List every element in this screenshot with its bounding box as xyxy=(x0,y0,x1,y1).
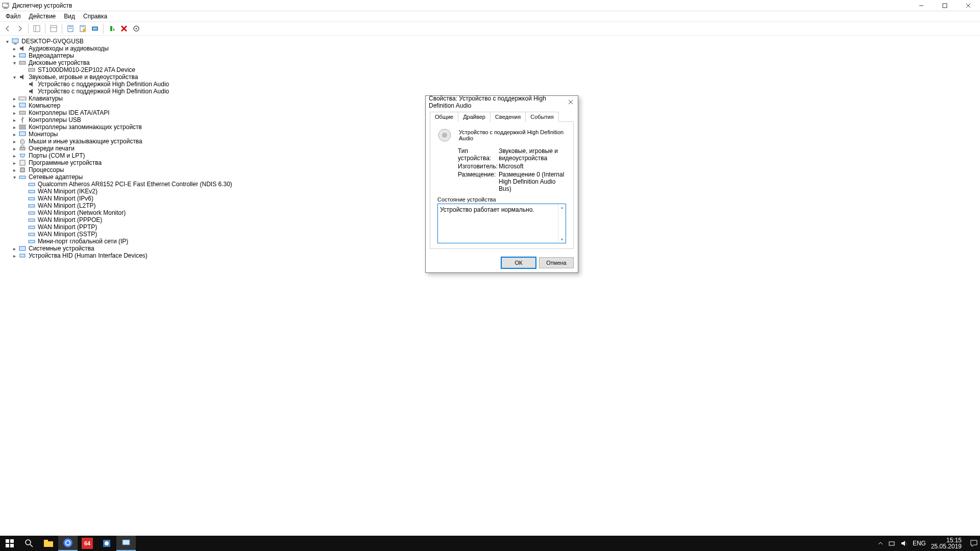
tree-label: Процессоры xyxy=(29,166,64,173)
maximize-button[interactable] xyxy=(933,0,957,11)
dialog-titlebar[interactable]: Свойства: Устройство с поддержкой High D… xyxy=(426,96,578,108)
svg-rect-44 xyxy=(29,205,35,207)
back-button[interactable] xyxy=(2,23,13,34)
dialog-close-button[interactable] xyxy=(566,97,575,107)
chevron-right-icon[interactable] xyxy=(11,145,17,152)
forward-button[interactable] xyxy=(14,23,26,34)
svg-rect-36 xyxy=(20,147,25,150)
location-value: Размещение 0 (Internal High Definition A… xyxy=(499,171,566,192)
chevron-down-icon[interactable] xyxy=(11,60,17,66)
svg-point-60 xyxy=(26,540,31,545)
start-button[interactable] xyxy=(0,536,19,551)
system-tray[interactable]: ENG 15:15 25.05.2019 xyxy=(878,537,980,549)
scan-hardware-button[interactable] xyxy=(89,23,101,34)
menu-file[interactable]: Файл xyxy=(2,12,24,20)
svg-point-35 xyxy=(20,139,24,144)
chevron-right-icon[interactable] xyxy=(11,53,17,59)
scroll-down-icon[interactable]: ▾ xyxy=(561,237,563,242)
properties-button[interactable] xyxy=(65,23,76,34)
chevron-right-icon[interactable] xyxy=(11,45,17,52)
chevron-right-icon[interactable] xyxy=(11,117,17,123)
scroll-up-icon[interactable]: ▴ xyxy=(561,205,563,210)
tree-cat-sound[interactable]: Звуковые, игровые и видеоустройства xyxy=(2,73,980,81)
tree-cat-audio[interactable]: Аудиовходы и аудиовыходы xyxy=(2,45,980,52)
clock-date: 25.05.2019 xyxy=(931,543,962,549)
tab-details[interactable]: Сведения xyxy=(490,112,526,122)
minimize-button[interactable] xyxy=(910,0,933,11)
tree-label: Программные устройства xyxy=(29,159,102,166)
chevron-right-icon[interactable] xyxy=(11,95,17,102)
chevron-right-icon[interactable] xyxy=(11,110,17,116)
task-aida64[interactable]: 64 xyxy=(78,536,97,551)
menu-action[interactable]: Действие xyxy=(26,12,60,20)
chevron-right-icon[interactable] xyxy=(11,131,17,137)
scrollbar[interactable]: ▴▾ xyxy=(558,205,565,242)
svg-rect-1 xyxy=(4,8,8,9)
task-device-manager[interactable] xyxy=(116,536,136,551)
update-driver-button[interactable] xyxy=(131,23,142,34)
status-group-label: Состояние устройства xyxy=(437,196,566,203)
clock[interactable]: 15:15 25.05.2019 xyxy=(931,537,965,549)
tree-cat-video[interactable]: Видеоадаптеры xyxy=(2,52,980,59)
action-center-icon[interactable] xyxy=(970,539,978,547)
task-chrome[interactable] xyxy=(58,536,78,551)
network-icon[interactable] xyxy=(888,540,895,547)
enable-device-button[interactable] xyxy=(106,23,117,34)
svg-rect-70 xyxy=(889,542,894,545)
svg-rect-24 xyxy=(12,39,18,43)
chevron-right-icon[interactable] xyxy=(11,153,17,159)
toolbar-icon-1[interactable] xyxy=(48,23,59,34)
tab-events[interactable]: События xyxy=(525,112,558,122)
language-indicator[interactable]: ENG xyxy=(913,540,926,547)
type-value: Звуковые, игровые и видеоустройства xyxy=(499,147,566,162)
chevron-right-icon[interactable] xyxy=(11,160,17,166)
chevron-right-icon[interactable] xyxy=(11,124,17,130)
chevron-right-icon[interactable] xyxy=(11,138,17,144)
task-explorer[interactable] xyxy=(39,536,58,551)
tree-root[interactable]: DESKTOP-GVQGUSB xyxy=(2,38,980,45)
location-label: Размещение: xyxy=(458,171,499,192)
chevron-right-icon[interactable] xyxy=(11,253,17,259)
chevron-down-icon[interactable] xyxy=(11,174,17,180)
svg-rect-57 xyxy=(10,539,14,543)
svg-point-2 xyxy=(7,3,8,5)
tree-item-disk[interactable]: ST1000DM010-2EP102 ATA Device xyxy=(2,66,980,73)
close-button[interactable] xyxy=(957,0,980,11)
cancel-button[interactable]: Отмена xyxy=(539,257,574,268)
uninstall-device-button[interactable] xyxy=(118,23,130,34)
network-icon xyxy=(18,173,27,181)
show-hide-tree-button[interactable] xyxy=(31,23,42,34)
task-app-1[interactable] xyxy=(97,536,116,551)
ok-button[interactable]: ОК xyxy=(501,257,536,268)
svg-rect-32 xyxy=(19,125,26,127)
svg-rect-30 xyxy=(19,103,26,107)
svg-rect-56 xyxy=(6,539,9,543)
type-label: Тип устройства: xyxy=(458,147,499,162)
chevron-right-icon[interactable] xyxy=(11,103,17,109)
tab-general[interactable]: Общие xyxy=(430,112,458,122)
tree-label: Qualcomm Atheros AR8152 PCI-E Fast Ether… xyxy=(38,181,232,188)
chevron-down-icon[interactable] xyxy=(4,38,10,44)
tree-cat-disk[interactable]: Дисковые устройства xyxy=(2,59,980,66)
chevron-right-icon[interactable] xyxy=(11,245,17,252)
tab-driver[interactable]: Драйвер xyxy=(458,112,491,122)
taskbar[interactable]: 64 ENG 15:15 25.05.2019 xyxy=(0,536,980,551)
chevron-down-icon[interactable] xyxy=(11,74,17,80)
menu-view[interactable]: Вид xyxy=(60,12,79,20)
status-textbox[interactable]: Устройство работает нормально. ▴▾ xyxy=(437,204,566,243)
svg-rect-62 xyxy=(44,541,53,547)
chevron-right-icon[interactable] xyxy=(11,167,17,173)
tree-item-sound-1[interactable]: Устройство с поддержкой High Definition … xyxy=(2,81,980,88)
svg-rect-50 xyxy=(19,246,26,251)
svg-rect-7 xyxy=(34,26,40,32)
menu-help[interactable]: Справка xyxy=(80,12,111,20)
svg-rect-42 xyxy=(29,190,35,193)
volume-icon[interactable] xyxy=(900,540,908,547)
tree-item-sound-2[interactable]: Устройство с поддержкой High Definition … xyxy=(2,88,980,95)
search-button[interactable] xyxy=(19,536,39,551)
disk-icon xyxy=(18,59,27,67)
toolbar-icon-2[interactable] xyxy=(77,23,88,34)
tree-label: Контроллеры запоминающих устройств xyxy=(29,123,142,131)
tray-chevron-icon[interactable] xyxy=(878,541,883,546)
svg-point-66 xyxy=(66,541,70,545)
